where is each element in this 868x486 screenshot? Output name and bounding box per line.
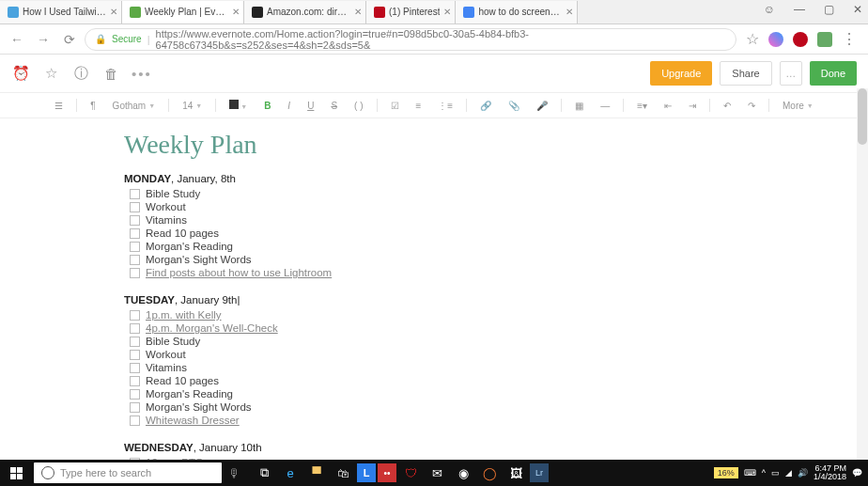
browser-tab[interactable]: Weekly Plan | Evernote W✕ [122, 1, 244, 24]
user-icon[interactable]: ☺ [764, 3, 775, 16]
volume-icon[interactable]: 🔊 [798, 468, 808, 478]
task-row[interactable]: Morgan's Sight Words [130, 400, 744, 414]
task-text[interactable]: Morgan's Reading [146, 241, 233, 252]
explorer-icon[interactable]: ▀ [304, 460, 329, 486]
task-row[interactable]: Workout [130, 348, 744, 361]
link-icon[interactable]: 🔗 [476, 101, 495, 111]
tab-close-icon[interactable]: ✕ [354, 7, 362, 17]
store-icon[interactable]: 🛍 [331, 460, 355, 486]
chrome-icon[interactable]: ◉ [451, 460, 475, 486]
trash-icon[interactable]: 🗑 [101, 66, 120, 82]
note-body[interactable]: Weekly Plan MONDAY, January, 8thBible St… [0, 118, 868, 460]
tab-close-icon[interactable]: ✕ [443, 7, 451, 17]
hr-icon[interactable]: — [597, 101, 613, 111]
pinterest-ext-icon[interactable] [793, 32, 808, 47]
code-button[interactable]: ( ) [350, 101, 366, 111]
task-row[interactable]: 1p.m. with Kelly [130, 308, 744, 321]
day-heading[interactable]: MONDAY, January, 8th [124, 173, 744, 184]
bullet-list-icon[interactable]: ≡ [412, 101, 426, 111]
task-text[interactable]: Vitamins [146, 214, 187, 226]
checkbox[interactable] [130, 402, 140, 413]
wifi-icon[interactable]: ◢ [785, 468, 792, 478]
day-heading[interactable]: WEDNESDAY, January 10th [124, 442, 744, 453]
mail-icon[interactable]: ✉ [425, 460, 449, 486]
checkbox[interactable] [130, 389, 140, 400]
start-button[interactable] [0, 460, 32, 486]
task-view-icon[interactable]: ⧉ [252, 460, 276, 486]
task-row[interactable]: Morgan's Reading [130, 240, 744, 253]
italic-button[interactable]: I [284, 101, 294, 111]
task-text[interactable]: Vitamins [146, 362, 187, 373]
app-icon-red[interactable]: •• [378, 463, 396, 482]
table-icon[interactable]: ▦ [571, 101, 587, 111]
app-icon-circle[interactable]: ◯ [477, 460, 502, 486]
minimize-button[interactable]: — [794, 3, 805, 16]
checkbox[interactable] [130, 255, 140, 265]
task-text[interactable]: Whitewash Dresser [146, 415, 240, 426]
checkbox[interactable] [130, 242, 140, 252]
attach-icon[interactable]: 📎 [504, 101, 523, 111]
share-button[interactable]: Share [720, 61, 771, 86]
task-text[interactable]: Morgan's Reading [146, 388, 233, 400]
font-size-select[interactable]: 14▼ [178, 101, 206, 111]
browser-tab[interactable]: Amazon.com: direct tv no✕ [244, 1, 366, 24]
task-row[interactable]: Bible Study [130, 335, 744, 348]
task-text[interactable]: Find posts about how to use Lightroom [146, 267, 332, 278]
task-row[interactable]: Read 10 pages [130, 374, 744, 387]
bold-button[interactable]: B [260, 101, 274, 111]
photos-icon[interactable]: 🖼 [504, 460, 528, 486]
checkbox[interactable] [130, 215, 140, 226]
info-icon[interactable]: ⓘ [71, 65, 90, 83]
task-text[interactable]: Bible Study [146, 188, 200, 199]
extension-icon-1[interactable] [768, 32, 783, 47]
scrollbar[interactable] [857, 88, 868, 460]
chrome-menu-icon[interactable]: ⋮ [842, 30, 857, 48]
task-row[interactable]: Read 10 pages [130, 227, 744, 240]
notifications-icon[interactable]: 💬 [852, 468, 862, 478]
task-text[interactable]: Morgan's Sight Words [146, 254, 252, 265]
browser-tab[interactable]: how to do screenshot on✕ [456, 1, 578, 24]
checkbox[interactable] [130, 310, 140, 321]
strike-button[interactable]: S [327, 101, 341, 111]
evernote-ext-icon[interactable] [817, 32, 832, 47]
checkbox[interactable] [130, 189, 140, 199]
note-title[interactable]: Weekly Plan [124, 130, 744, 160]
font-select[interactable]: Gotham▼ [109, 101, 160, 111]
checkbox[interactable] [130, 228, 140, 239]
address-bar[interactable]: 🔒 Secure | https://www.evernote.com/Home… [85, 28, 736, 51]
task-text[interactable]: Bible Study [146, 336, 200, 347]
input-icon[interactable]: ⌨ [744, 468, 756, 478]
checkbox[interactable] [130, 350, 140, 360]
redo-icon[interactable]: ↷ [744, 101, 759, 111]
task-row[interactable]: Workout [130, 200, 744, 213]
task-text[interactable]: Read 10 pages [146, 375, 219, 386]
close-window-button[interactable]: ✕ [853, 3, 862, 16]
battery-icon[interactable]: ▭ [771, 468, 780, 478]
maximize-button[interactable]: ▢ [824, 3, 834, 16]
browser-tab[interactable]: How I Used Tailwind to S✕ [0, 1, 122, 24]
underline-button[interactable]: U [303, 101, 318, 111]
done-button[interactable]: Done [810, 61, 857, 86]
task-row[interactable]: Vitamins [130, 213, 744, 227]
scroll-thumb[interactable] [858, 88, 867, 145]
reminder-icon[interactable]: ⏰ [11, 65, 30, 82]
tab-close-icon[interactable]: ✕ [110, 7, 117, 17]
favorite-icon[interactable]: ☆ [41, 65, 60, 82]
checkbox[interactable] [130, 363, 140, 373]
number-list-icon[interactable]: ⋮≡ [434, 101, 457, 111]
day-heading[interactable]: TUESDAY, January 9th| [124, 294, 744, 306]
mic-icon[interactable]: 🎙 [222, 460, 246, 486]
task-row[interactable]: Bible Study [130, 187, 744, 200]
checklist-icon[interactable]: ☑ [387, 101, 403, 111]
lightroom-icon[interactable]: Lr [530, 463, 549, 482]
task-text[interactable]: 1p.m. with Kelly [146, 309, 222, 321]
task-row[interactable]: Vitamins [130, 361, 744, 374]
align-icon[interactable]: ≡▾ [633, 101, 651, 111]
task-text[interactable]: Read 10 pages [146, 227, 219, 239]
task-row[interactable]: Whitewash Dresser [130, 414, 744, 427]
task-text[interactable]: Workout [146, 201, 186, 212]
reload-button[interactable]: ⟳ [58, 28, 81, 51]
edge-icon[interactable]: e [278, 460, 302, 486]
task-row[interactable]: Morgan's Sight Words [130, 253, 744, 266]
color-picker[interactable]: ▼ [225, 100, 251, 111]
